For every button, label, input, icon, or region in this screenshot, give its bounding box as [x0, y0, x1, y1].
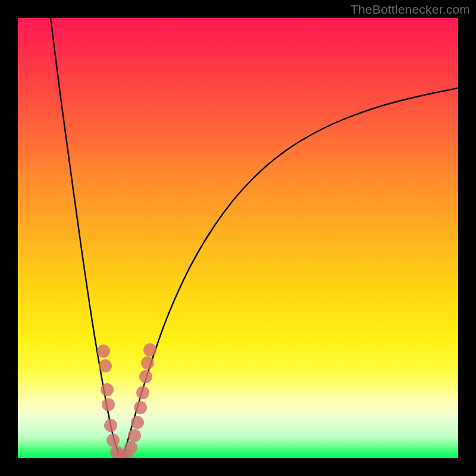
data-marker	[107, 434, 120, 447]
data-marker	[139, 370, 152, 383]
data-marker	[97, 345, 110, 358]
data-marker	[104, 419, 117, 432]
data-marker	[141, 356, 154, 369]
data-marker	[124, 441, 137, 454]
chart-frame: TheBottlenecker.com	[0, 0, 476, 476]
watermark-text: TheBottlenecker.com	[350, 2, 470, 17]
data-marker	[128, 429, 141, 442]
data-marker	[102, 398, 115, 411]
right-curve	[122, 88, 458, 458]
plot-area	[18, 18, 458, 458]
chart-svg	[18, 18, 458, 458]
data-marker	[99, 359, 112, 372]
data-marker	[143, 343, 156, 356]
data-marker	[131, 416, 144, 429]
data-marker	[136, 386, 149, 399]
data-marker	[134, 401, 147, 414]
data-marker	[101, 383, 114, 396]
markers-group	[97, 343, 156, 458]
